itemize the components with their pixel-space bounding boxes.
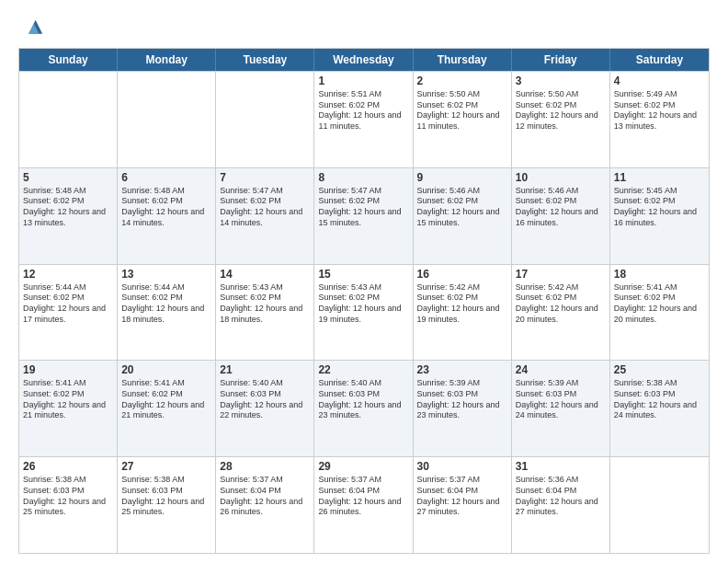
day-info: Sunrise: 5:46 AM Sunset: 6:02 PM Dayligh… (516, 186, 606, 229)
calendar-row: 19Sunrise: 5:41 AM Sunset: 6:02 PM Dayli… (19, 360, 709, 456)
calendar-cell: 17Sunrise: 5:42 AM Sunset: 6:02 PM Dayli… (512, 265, 610, 361)
day-number: 24 (516, 363, 606, 376)
day-number: 8 (318, 171, 408, 184)
day-info: Sunrise: 5:37 AM Sunset: 6:04 PM Dayligh… (318, 475, 408, 518)
day-number: 4 (614, 75, 705, 87)
calendar-cell (19, 72, 118, 167)
day-number: 17 (516, 268, 606, 281)
weekday-header: Monday (118, 49, 216, 71)
day-number: 5 (23, 171, 113, 184)
weekday-header: Thursday (414, 49, 512, 71)
day-number: 11 (614, 171, 705, 184)
calendar-cell: 15Sunrise: 5:43 AM Sunset: 6:02 PM Dayli… (314, 265, 413, 361)
calendar-header: SundayMondayTuesdayWednesdayThursdayFrid… (19, 49, 709, 71)
day-number: 20 (121, 363, 211, 376)
day-number: 28 (220, 460, 310, 473)
day-info: Sunrise: 5:43 AM Sunset: 6:02 PM Dayligh… (220, 282, 310, 326)
calendar-cell: 1Sunrise: 5:51 AM Sunset: 6:02 PM Daylig… (314, 72, 413, 167)
day-number: 12 (23, 268, 113, 281)
header (18, 17, 710, 42)
day-info: Sunrise: 5:48 AM Sunset: 6:02 PM Dayligh… (121, 186, 211, 229)
calendar-cell: 23Sunrise: 5:39 AM Sunset: 6:03 PM Dayli… (414, 361, 512, 456)
day-number: 9 (417, 171, 507, 184)
day-info: Sunrise: 5:47 AM Sunset: 6:02 PM Dayligh… (220, 186, 310, 229)
calendar-row: 26Sunrise: 5:38 AM Sunset: 6:03 PM Dayli… (19, 456, 709, 553)
calendar-row: 1Sunrise: 5:51 AM Sunset: 6:02 PM Daylig… (19, 71, 709, 167)
calendar-cell: 6Sunrise: 5:48 AM Sunset: 6:02 PM Daylig… (118, 168, 216, 264)
day-number: 19 (23, 363, 113, 376)
weekday-header: Friday (512, 49, 610, 71)
day-info: Sunrise: 5:41 AM Sunset: 6:02 PM Dayligh… (614, 282, 705, 326)
page: SundayMondayTuesdayWednesdayThursdayFrid… (0, 0, 728, 563)
day-number: 22 (318, 363, 408, 376)
calendar-cell (118, 72, 216, 167)
day-info: Sunrise: 5:39 AM Sunset: 6:03 PM Dayligh… (417, 378, 507, 421)
calendar-row: 5Sunrise: 5:48 AM Sunset: 6:02 PM Daylig… (19, 167, 709, 264)
calendar-cell (216, 72, 314, 167)
calendar-cell: 27Sunrise: 5:38 AM Sunset: 6:03 PM Dayli… (118, 457, 216, 553)
calendar-cell: 14Sunrise: 5:43 AM Sunset: 6:02 PM Dayli… (216, 265, 314, 361)
day-info: Sunrise: 5:50 AM Sunset: 6:02 PM Dayligh… (516, 89, 606, 132)
calendar-cell: 13Sunrise: 5:44 AM Sunset: 6:02 PM Dayli… (118, 265, 216, 361)
day-info: Sunrise: 5:37 AM Sunset: 6:04 PM Dayligh… (220, 475, 310, 518)
calendar-cell: 19Sunrise: 5:41 AM Sunset: 6:02 PM Dayli… (19, 361, 118, 456)
day-info: Sunrise: 5:39 AM Sunset: 6:03 PM Dayligh… (516, 378, 606, 421)
calendar-cell: 3Sunrise: 5:50 AM Sunset: 6:02 PM Daylig… (512, 72, 610, 167)
calendar-cell: 30Sunrise: 5:37 AM Sunset: 6:04 PM Dayli… (414, 457, 512, 553)
weekday-header: Wednesday (314, 49, 413, 71)
logo-icon (18, 17, 44, 42)
day-info: Sunrise: 5:44 AM Sunset: 6:02 PM Dayligh… (23, 282, 113, 326)
day-info: Sunrise: 5:40 AM Sunset: 6:03 PM Dayligh… (318, 378, 408, 421)
day-info: Sunrise: 5:43 AM Sunset: 6:02 PM Dayligh… (318, 282, 408, 326)
calendar-cell: 28Sunrise: 5:37 AM Sunset: 6:04 PM Dayli… (216, 457, 314, 553)
day-number: 2 (417, 75, 507, 87)
day-number: 15 (318, 268, 408, 281)
calendar-cell: 26Sunrise: 5:38 AM Sunset: 6:03 PM Dayli… (19, 457, 118, 553)
calendar: SundayMondayTuesdayWednesdayThursdayFrid… (18, 48, 710, 554)
day-info: Sunrise: 5:45 AM Sunset: 6:02 PM Dayligh… (614, 186, 705, 229)
day-number: 21 (220, 363, 310, 376)
day-info: Sunrise: 5:49 AM Sunset: 6:02 PM Dayligh… (614, 89, 705, 132)
calendar-cell: 5Sunrise: 5:48 AM Sunset: 6:02 PM Daylig… (19, 168, 118, 264)
day-number: 26 (23, 460, 113, 473)
day-number: 27 (121, 460, 211, 473)
day-number: 29 (318, 460, 408, 473)
day-info: Sunrise: 5:38 AM Sunset: 6:03 PM Dayligh… (614, 378, 705, 421)
weekday-header: Saturday (610, 49, 709, 71)
day-number: 16 (417, 268, 507, 281)
calendar-cell: 25Sunrise: 5:38 AM Sunset: 6:03 PM Dayli… (610, 361, 709, 456)
day-info: Sunrise: 5:47 AM Sunset: 6:02 PM Dayligh… (318, 186, 408, 229)
calendar-cell: 11Sunrise: 5:45 AM Sunset: 6:02 PM Dayli… (610, 168, 709, 264)
day-number: 6 (121, 171, 211, 184)
day-number: 13 (121, 268, 211, 281)
logo (18, 17, 48, 42)
calendar-cell (610, 457, 709, 553)
calendar-cell: 22Sunrise: 5:40 AM Sunset: 6:03 PM Dayli… (314, 361, 413, 456)
day-number: 31 (516, 460, 606, 473)
calendar-cell: 29Sunrise: 5:37 AM Sunset: 6:04 PM Dayli… (314, 457, 413, 553)
day-info: Sunrise: 5:36 AM Sunset: 6:04 PM Dayligh… (516, 475, 606, 518)
day-number: 10 (516, 171, 606, 184)
calendar-cell: 12Sunrise: 5:44 AM Sunset: 6:02 PM Dayli… (19, 265, 118, 361)
day-info: Sunrise: 5:48 AM Sunset: 6:02 PM Dayligh… (23, 186, 113, 229)
day-info: Sunrise: 5:44 AM Sunset: 6:02 PM Dayligh… (121, 282, 211, 326)
day-number: 18 (614, 268, 705, 281)
weekday-header: Sunday (19, 49, 118, 71)
day-info: Sunrise: 5:42 AM Sunset: 6:02 PM Dayligh… (417, 282, 507, 326)
day-info: Sunrise: 5:38 AM Sunset: 6:03 PM Dayligh… (23, 475, 113, 518)
calendar-cell: 21Sunrise: 5:40 AM Sunset: 6:03 PM Dayli… (216, 361, 314, 456)
day-info: Sunrise: 5:41 AM Sunset: 6:02 PM Dayligh… (23, 378, 113, 421)
day-info: Sunrise: 5:37 AM Sunset: 6:04 PM Dayligh… (417, 475, 507, 518)
calendar-cell: 31Sunrise: 5:36 AM Sunset: 6:04 PM Dayli… (512, 457, 610, 553)
calendar-cell: 2Sunrise: 5:50 AM Sunset: 6:02 PM Daylig… (414, 72, 512, 167)
day-info: Sunrise: 5:40 AM Sunset: 6:03 PM Dayligh… (220, 378, 310, 421)
calendar-cell: 16Sunrise: 5:42 AM Sunset: 6:02 PM Dayli… (414, 265, 512, 361)
calendar-cell: 4Sunrise: 5:49 AM Sunset: 6:02 PM Daylig… (610, 72, 709, 167)
weekday-header: Tuesday (216, 49, 314, 71)
day-number: 14 (220, 268, 310, 281)
calendar-cell: 8Sunrise: 5:47 AM Sunset: 6:02 PM Daylig… (314, 168, 413, 264)
day-number: 30 (417, 460, 507, 473)
calendar-cell: 18Sunrise: 5:41 AM Sunset: 6:02 PM Dayli… (610, 265, 709, 361)
day-number: 3 (516, 75, 606, 87)
day-number: 25 (614, 363, 705, 376)
